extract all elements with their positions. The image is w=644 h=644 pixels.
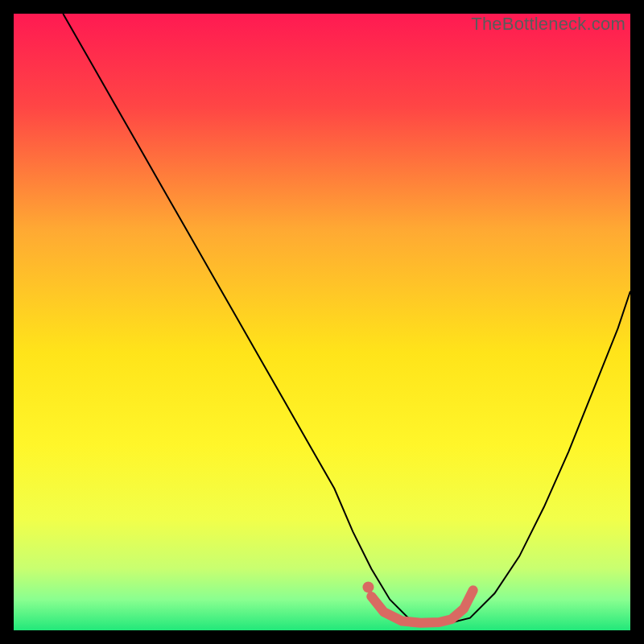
watermark-text: TheBottleneck.com: [471, 14, 625, 35]
chart-svg: [14, 14, 630, 630]
chart-frame: TheBottleneck.com: [14, 14, 630, 630]
optimal-start-dot: [362, 581, 374, 592]
chart-background: [14, 14, 630, 630]
